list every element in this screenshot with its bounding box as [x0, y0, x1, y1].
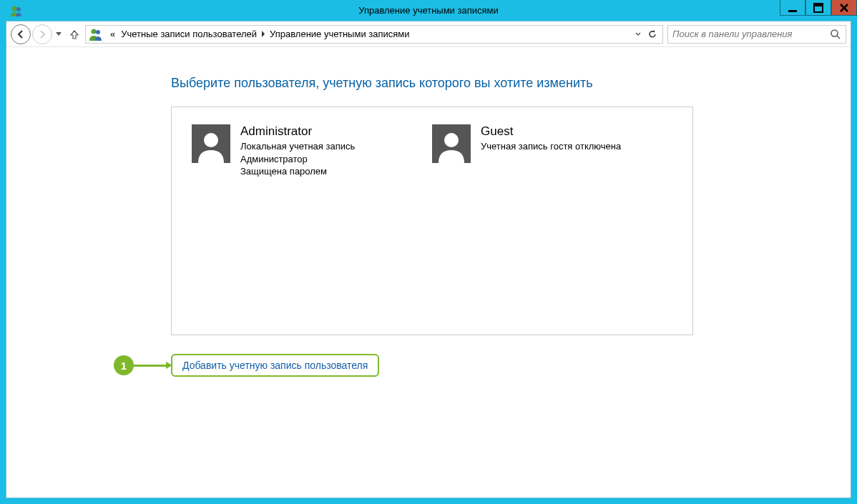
svg-point-1 — [16, 7, 21, 11]
user-item-guest[interactable]: Guest Учетная запись гостя отключена — [432, 124, 672, 178]
close-button[interactable] — [831, 0, 857, 16]
svg-point-6 — [96, 30, 100, 34]
search-box[interactable] — [667, 25, 846, 44]
svg-point-8 — [204, 133, 218, 147]
avatar — [192, 124, 230, 163]
svg-point-5 — [92, 29, 97, 34]
user-details: Administrator Локальная учетная запись А… — [240, 124, 355, 178]
refresh-button[interactable] — [645, 26, 660, 42]
address-dropdown[interactable] — [631, 26, 645, 42]
forward-button[interactable] — [32, 24, 52, 44]
breadcrumb: « Учетные записи пользователей Управлени… — [107, 29, 413, 39]
up-button[interactable] — [67, 26, 82, 42]
svg-rect-2 — [788, 10, 797, 12]
titlebar: Управление учетными записями — [0, 0, 857, 21]
user-name: Guest — [481, 124, 621, 139]
annotation-badge: 1 — [114, 355, 134, 375]
user-item-administrator[interactable]: Administrator Локальная учетная запись А… — [192, 124, 432, 178]
bottom-area: 1 Добавить учетную запись пользователя — [171, 354, 836, 377]
user-meta: Учетная запись гостя отключена — [481, 140, 621, 153]
app-icon — [10, 4, 23, 17]
breadcrumb-item-1[interactable]: Учетные записи пользователей — [118, 29, 260, 39]
window-title: Управление учетными записями — [0, 5, 857, 16]
svg-point-0 — [12, 6, 17, 11]
minimize-button[interactable] — [780, 0, 805, 16]
annotation-arrow-icon — [134, 365, 167, 367]
address-bar[interactable]: « Учетные записи пользователей Управлени… — [85, 25, 663, 44]
content-frame: « Учетные записи пользователей Управлени… — [6, 21, 851, 498]
svg-point-7 — [831, 30, 838, 36]
navbar: « Учетные записи пользователей Управлени… — [6, 21, 851, 47]
chevron-right-icon[interactable] — [260, 31, 267, 37]
user-name: Administrator — [240, 124, 355, 139]
breadcrumb-prefix[interactable]: « — [107, 29, 118, 39]
user-meta: Защищена паролем — [240, 165, 355, 178]
window-controls — [780, 0, 857, 16]
search-input[interactable] — [672, 29, 830, 39]
user-meta: Локальная учетная запись — [240, 140, 355, 153]
main-content: Выберите пользователя, учетную запись ко… — [6, 47, 851, 391]
svg-point-9 — [444, 133, 459, 147]
window: Управление учетными записями — [0, 0, 857, 504]
page-heading: Выберите пользователя, учетную запись ко… — [171, 76, 836, 91]
recent-locations-dropdown[interactable] — [54, 26, 64, 43]
back-button[interactable] — [11, 24, 31, 44]
users-icon — [89, 27, 103, 41]
search-icon[interactable] — [830, 29, 841, 40]
avatar — [432, 124, 471, 163]
user-details: Guest Учетная запись гостя отключена — [481, 124, 621, 178]
breadcrumb-item-2[interactable]: Управление учетными записями — [267, 29, 412, 39]
svg-rect-4 — [814, 4, 823, 6]
user-meta: Администратор — [240, 153, 355, 166]
maximize-button[interactable] — [805, 0, 831, 16]
add-user-link[interactable]: Добавить учетную запись пользователя — [171, 354, 379, 377]
users-list: Administrator Локальная учетная запись А… — [171, 107, 693, 335]
